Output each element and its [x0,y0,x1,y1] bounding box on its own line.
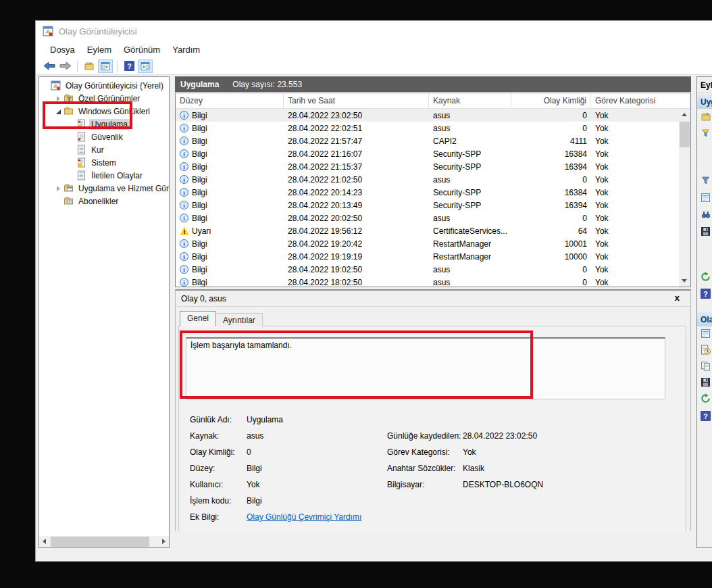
scroll-left-button[interactable] [39,536,51,547]
action-find-icon[interactable] [701,210,711,220]
sidebar-item-kur[interactable]: Kur [39,143,169,156]
close-icon[interactable]: x [675,293,680,303]
menu-bar: DosyaEylemGörünümYardım [36,41,712,57]
table-row[interactable]: iBilgi28.04.2022 21:15:37Security-SPP163… [176,160,679,173]
cell-source: Security-SPP [429,147,511,160]
help-icon[interactable]: ? [122,59,136,73]
table-row[interactable]: iBilgi28.04.2022 19:19:19RestartManager1… [176,250,679,263]
table-row[interactable]: iBilgi28.04.2022 20:13:49Security-SPP163… [176,199,679,212]
cell-level: Bilgi [192,188,207,197]
cell-level: Bilgi [192,278,207,287]
action-refresh-icon[interactable] [701,393,711,404]
cell-category: Yok [591,109,679,122]
scroll-down-button[interactable] [679,275,690,287]
table-row[interactable]: iBilgi28.04.2022 20:02:50asus0Yok [176,212,679,224]
scroll-thumb[interactable] [680,122,690,147]
detail-fields-left: Günlük Adı:UygulamaKaynak:asusOlay Kimli… [190,412,361,525]
action-refresh-icon[interactable] [701,272,711,283]
cell-event-id: 16394 [511,160,591,173]
back-arrow-icon[interactable] [42,59,57,73]
sidebar-item-g-venlik[interactable]: Güvenlik [39,130,169,143]
cell-source: asus [429,263,511,276]
sidebar-item-label: Olay Görüntüleyicisi (Yerel) [63,80,166,91]
table-row[interactable]: iBilgi28.04.2022 23:02:50asus0Yok [176,109,679,122]
info-icon: i [180,124,188,132]
sidebar-item-sistem[interactable]: Sistem [39,156,169,169]
menu-item-g-r-n-m[interactable]: Görünüm [118,43,166,57]
table-row[interactable]: iBilgi28.04.2022 21:02:50asus0Yok [176,173,679,186]
column-header-tarih-ve-saat[interactable]: Tarih ve Saat [284,93,429,108]
expander-collapsed-icon[interactable] [55,185,63,193]
sidebar-item-i-letilen-olaylar[interactable]: İletilen Olaylar [39,169,169,182]
action-filter-create-icon[interactable] [701,128,711,139]
table-vertical-scrollbar[interactable] [679,109,690,287]
cell-datetime: 28.04.2022 19:20:42 [284,237,429,250]
table-row[interactable]: !Uyarı28.04.2022 19:56:12CertificateServ… [176,224,679,237]
action-save-icon[interactable] [701,377,711,388]
cell-datetime: 28.04.2022 20:02:50 [284,212,429,224]
menu-item-dosya[interactable]: Dosya [44,43,81,57]
open-saved-log-icon[interactable] [82,59,97,73]
cell-category: Yok [591,263,679,276]
cell-datetime: 28.04.2022 18:02:50 [284,276,429,287]
field-label: Olay Kimliği: [190,447,247,457]
table-row[interactable]: iBilgi28.04.2022 20:14:23Security-SPP163… [176,186,679,199]
sidebar-item-uygulama-ve-hizmet-g-nl-k[interactable]: Uygulama ve Hizmet Günlük [39,182,169,195]
column-header-g-rev-kategorisi[interactable]: Görev Kategorisi [591,93,690,108]
svg-text:?: ? [703,412,708,420]
cell-datetime: 28.04.2022 21:02:50 [284,173,429,186]
action-copy-icon[interactable] [701,361,711,372]
console-tree-toggle-icon[interactable] [98,59,113,73]
table-row[interactable]: iBilgi28.04.2022 22:02:51asus0Yok [176,122,679,134]
detail-field: Günlüğe kaydedilen:28.04.2022 23:02:50 [387,428,543,444]
column-header-d-zey[interactable]: Düzey [176,93,284,108]
action-help-icon[interactable]: ? [701,289,711,299]
sidebar-item-label: İletilen Olaylar [89,170,145,181]
detail-field: Günlük Adı:Uygulama [190,412,361,428]
actions-section-1[interactable]: Olay [697,312,712,326]
tab-ayr-nt-lar[interactable]: Ayrıntılar [216,313,263,326]
table-row[interactable]: iBilgi28.04.2022 19:20:42RestartManager1… [176,237,679,250]
scroll-thumb[interactable] [51,537,149,547]
scroll-right-button[interactable] [157,536,169,547]
column-header-olay-kimli-i[interactable]: Olay Kimliği [511,93,591,108]
column-header-kaynak[interactable]: Kaynak [429,93,511,108]
menu-item-eylem[interactable]: Eylem [81,43,118,57]
action-event-props-icon[interactable] [701,345,711,356]
cell-source: RestartManager [429,237,511,250]
info-icon: i [180,188,188,197]
cell-level: Bilgi [192,239,207,249]
table-row[interactable]: iBilgi28.04.2022 21:16:07Security-SPP163… [176,147,679,160]
actions-section-0[interactable]: Uyg [697,95,712,109]
detail-field: Düzey:Bilgi [190,460,361,476]
detail-tabstrip: GenelAyrıntılar [180,311,263,326]
sidebar-item-olay-g-r-nt-leyicisi-yerel[interactable]: Olay Görüntüleyicisi (Yerel) [39,79,169,92]
action-open-folder-icon[interactable] [701,112,711,123]
action-save-icon[interactable] [701,226,711,237]
tree-horizontal-scrollbar[interactable] [39,536,169,547]
table-row[interactable]: iBilgi28.04.2022 19:02:50asus0Yok [176,263,679,276]
action-pane-toggle-icon[interactable] [138,59,153,73]
cell-event-id: 64 [511,224,591,237]
cell-level: Bilgi [192,149,207,159]
forward-arrow-icon[interactable] [58,59,73,73]
menu-item-yard-m[interactable]: Yardım [166,43,206,57]
cell-source: asus [429,212,511,224]
sidebar-item-abonelikler[interactable]: Abonelikler [39,195,169,207]
action-help-icon[interactable]: ? [701,411,711,422]
cell-event-id: 0 [511,212,591,224]
log-red-icon [76,132,87,142]
action-properties-icon[interactable] [701,193,711,203]
log-header-bar: Uygulama Olay sayısı: 23.553 [175,76,691,92]
event-log-online-help-link[interactable]: Olay Günlüğü Çevrimiçi Yardımı [247,512,361,522]
annotation-box-uygulama [43,101,132,129]
detail-field: Anahtar Sözcükler:Klasik [387,460,543,476]
event-detail-panel: Olay 0, asus x GenelAyrıntılar İşlem baş… [175,289,691,545]
table-row[interactable]: iBilgi28.04.2022 18:02:50asus0Yok [176,276,679,287]
action-properties-icon[interactable] [701,328,711,339]
cell-event-id: 0 [511,276,591,287]
action-filter-icon[interactable] [701,176,711,187]
tab-genel[interactable]: Genel [180,311,216,326]
cell-source: asus [429,122,511,134]
table-row[interactable]: iBilgi28.04.2022 21:57:47CAPI24111Yok [176,134,679,147]
